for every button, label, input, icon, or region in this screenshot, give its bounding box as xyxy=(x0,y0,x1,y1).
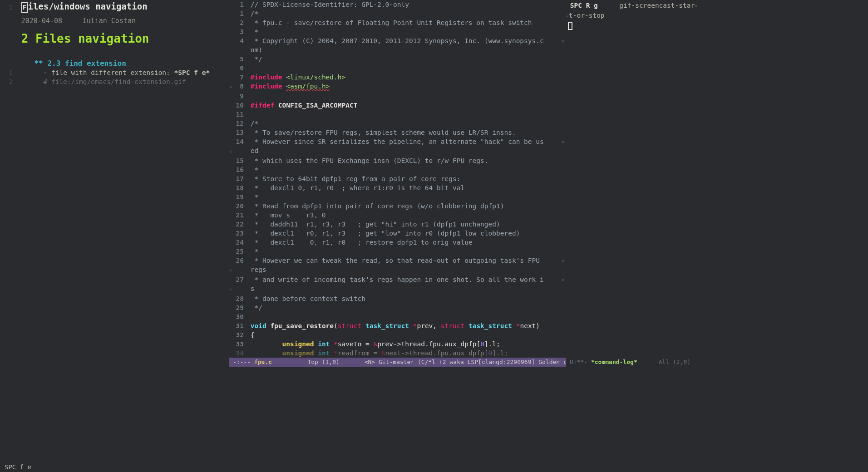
line-number: 11 xyxy=(233,110,247,119)
line-number: 13 xyxy=(233,128,247,137)
code-line[interactable]: 28 * done before context switch xyxy=(229,294,566,303)
line-number: 33 xyxy=(233,339,247,349)
code-line[interactable]: 25 * xyxy=(229,247,566,256)
cursor-left: F xyxy=(21,2,28,13)
code-line[interactable]: 27 * and write of incoming task's regs h… xyxy=(229,275,566,284)
code-line[interactable]: 29 */ xyxy=(229,303,566,312)
cmdlog-command-cont: t-or-stop xyxy=(569,12,605,19)
code-line[interactable]: 6 xyxy=(229,64,566,73)
org-pane[interactable]: 1 Files/windows navigation 2020-04-08 Iu… xyxy=(0,0,229,358)
line-number: 2 xyxy=(233,18,247,27)
code-line[interactable]: 13 * To save/restore FPU regs, simplest … xyxy=(229,128,566,137)
line-number: 22 xyxy=(233,220,247,229)
code-line[interactable]: 2 * fpu.c - save/restore of Floating Poi… xyxy=(229,18,566,27)
code-line[interactable]: 1 /* xyxy=(229,9,566,18)
org-line-num: 1 xyxy=(0,68,17,77)
org-line-num: 2 xyxy=(0,77,17,86)
code-line[interactable]: 30 xyxy=(229,312,566,321)
code-line[interactable]: 10 #ifdef CONFIG_ISA_ARCOMPACT xyxy=(229,101,566,110)
code-line[interactable]: 26 * However we can tweak the read, so t… xyxy=(229,256,566,265)
code-line[interactable]: 19 * xyxy=(229,192,566,202)
code-line[interactable]: 34 unsigned int *readfrom = &next->threa… xyxy=(229,349,566,358)
line-number: 26 xyxy=(233,256,247,265)
code-line[interactable]: »8 #include <asm/fpu.h> xyxy=(229,82,566,92)
line-number: 18 xyxy=(233,183,247,192)
fringe-icon: « xyxy=(229,147,233,156)
org-heading-2[interactable]: ** 2.3 find extension xyxy=(34,59,126,68)
line-number: 9 xyxy=(233,92,247,101)
wrap-icon: » xyxy=(560,137,566,146)
code-line[interactable]: « s xyxy=(229,284,566,294)
line-number: 10 xyxy=(233,101,247,110)
code-line[interactable]: 5 */ xyxy=(229,54,566,64)
code-line[interactable]: om) xyxy=(229,45,566,54)
modeline-modes: <N> Git-master (C/*l +2 waka LSP[clangd:… xyxy=(365,359,566,365)
line-number: 14 xyxy=(233,137,247,146)
code-line[interactable]: 7 #include <linux/sched.h> xyxy=(229,73,566,82)
code-line[interactable]: 22 * daddh11 r1, r3, r3 ; get "hi" into … xyxy=(229,220,566,229)
line-number: 28 xyxy=(233,294,247,303)
line-number: 34 xyxy=(233,349,247,358)
org-list-item: - file with different extension: *SPC f … xyxy=(43,69,210,76)
line-number: 29 xyxy=(233,303,247,312)
code-line[interactable]: « regs xyxy=(229,265,566,275)
code-line[interactable]: 17 * Store to 64bit dpfp1 reg from a pai… xyxy=(229,174,566,183)
code-line[interactable]: 32 { xyxy=(229,330,566,339)
code-line[interactable]: 20 * Read from dpfp1 into pair of core r… xyxy=(229,202,566,211)
code-line[interactable]: 21 * mov_s r3, 0 xyxy=(229,211,566,220)
line-number: 3 xyxy=(233,27,247,36)
wrap-icon: » xyxy=(560,256,566,265)
modeline-buffer-name: *command-log* xyxy=(591,359,637,365)
line-number: 19 xyxy=(233,192,247,202)
modeline-position: Top (1,0) xyxy=(307,359,339,365)
line-number: 7 xyxy=(233,73,247,82)
code-line[interactable]: 16 * xyxy=(229,165,566,174)
line-number: 12 xyxy=(233,119,247,128)
line-number: 25 xyxy=(233,247,247,256)
code-line[interactable]: 14 * However since SR serializes the pip… xyxy=(229,137,566,146)
fringe-icon: » xyxy=(229,83,233,92)
code-line[interactable]: 11 xyxy=(229,110,566,119)
fringe-icon: « xyxy=(229,285,233,294)
code-line[interactable]: 9 xyxy=(229,92,566,101)
code-pane[interactable]: 1 // SPDX-License-Identifier: GPL-2.0-on… xyxy=(229,0,566,358)
wrap-icon: » xyxy=(560,36,566,45)
line-number: 15 xyxy=(233,156,247,165)
modeline-code[interactable]: -:--- fpu.c Top (1,0) <N> Git-master (C/… xyxy=(229,358,566,367)
modeline-filename: fpu.c xyxy=(254,359,272,365)
line-number: 24 xyxy=(233,238,247,247)
org-title: Files/windows navigation xyxy=(21,4,148,11)
code-line[interactable]: 1 // SPDX-License-Identifier: GPL-2.0-on… xyxy=(229,0,566,9)
code-line[interactable]: 33 unsigned int *saveto = &prev->thread.… xyxy=(229,339,566,349)
line-number: 32 xyxy=(233,330,247,339)
code-line[interactable]: 3 * xyxy=(229,27,566,36)
line-number: 17 xyxy=(233,174,247,183)
modeline-cmdlog[interactable]: U:**- *command-log* All (2,0) xyxy=(566,358,868,367)
echo-area: SPC f e xyxy=(0,462,868,472)
org-gutter: 1 xyxy=(0,3,17,12)
line-number: 5 xyxy=(233,54,247,64)
command-log-pane[interactable]: SPC R g gif-screencast-star» «t-or-stop xyxy=(566,0,868,358)
fringe-icon: « xyxy=(229,266,233,275)
code-line[interactable]: 18 * dexcl1 0, r1, r0 ; where r1:r0 is t… xyxy=(229,183,566,192)
code-line[interactable]: 24 * dexcl1 0, r1, r0 ; restore dpfp1 to… xyxy=(229,238,566,247)
line-number: 16 xyxy=(233,165,247,174)
line-number: 8 xyxy=(233,82,247,91)
line-number: 27 xyxy=(233,275,247,284)
code-line[interactable]: 31 void fpu_save_restore(struct task_str… xyxy=(229,321,566,330)
code-line[interactable]: 23 * dexcl1 r0, r1, r3 ; get "low" into … xyxy=(229,229,566,238)
cursor-right xyxy=(568,22,572,30)
code-line[interactable]: 4 * Copyright (C) 2004, 2007-2010, 2011-… xyxy=(229,36,566,45)
line-number: 30 xyxy=(233,312,247,321)
org-date: 2020-04-08 xyxy=(21,17,62,25)
code-line[interactable]: « ed xyxy=(229,146,566,156)
code-line[interactable]: 12 /* xyxy=(229,119,566,128)
wrap-icon: » xyxy=(560,275,566,284)
org-heading-1[interactable]: 2 Files navigation xyxy=(21,32,149,45)
line-number: 1 xyxy=(233,0,247,9)
line-number: 6 xyxy=(233,64,247,73)
code-line[interactable]: 15 * which uses the FPU Exchange insn (D… xyxy=(229,156,566,165)
modeline-position: All (2,0) xyxy=(659,359,690,365)
org-file-link[interactable]: # file:/img/emacs/find-extension.gif xyxy=(43,78,186,85)
wrap-icon: » xyxy=(695,4,697,9)
